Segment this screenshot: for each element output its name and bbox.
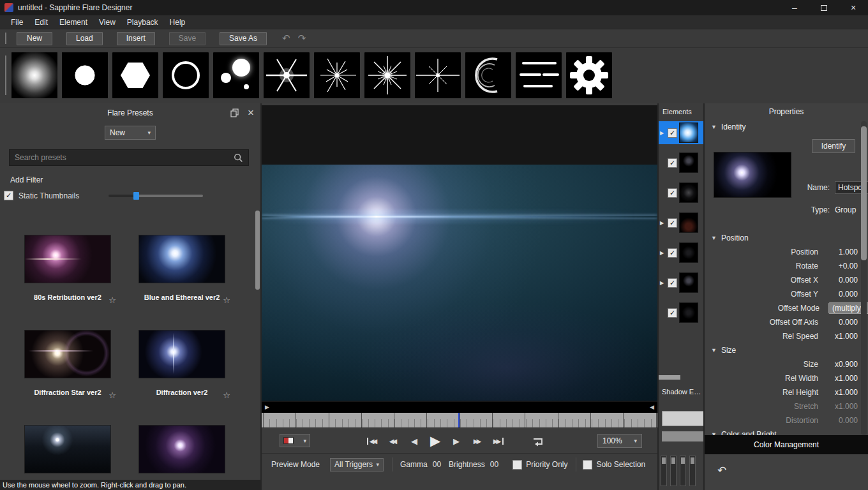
preset-item-partial[interactable] — [24, 425, 111, 473]
toolbar-grip[interactable] — [5, 33, 6, 44]
properties-scrollbar-thumb[interactable] — [861, 126, 867, 260]
identify-button[interactable]: Identify — [812, 139, 855, 153]
step-forward-button[interactable]: ▶ — [448, 433, 465, 449]
expand-arrow-icon[interactable]: ▶ — [660, 250, 666, 256]
loop-button[interactable] — [530, 434, 546, 449]
property-value[interactable]: 0.000 — [827, 290, 858, 299]
undo-icon[interactable]: ↶ — [717, 464, 726, 477]
rewind-button[interactable]: ◀◀ — [385, 433, 401, 449]
element-checkbox[interactable]: ✓ — [668, 278, 677, 288]
palette-bokeh-icon[interactable] — [213, 52, 259, 98]
palette-circle-icon[interactable] — [62, 52, 108, 98]
palette-ring-icon[interactable] — [163, 52, 209, 98]
expand-arrow-icon[interactable]: ▶ — [660, 220, 666, 226]
element-thumbnail[interactable] — [679, 182, 698, 203]
property-value[interactable]: x0.900 — [827, 360, 858, 369]
menu-playback[interactable]: Playback — [121, 15, 164, 29]
close-icon[interactable]: × — [248, 105, 254, 121]
thumbnail-size-slider[interactable] — [108, 191, 203, 200]
element-checkbox[interactable]: ✓ — [668, 218, 677, 228]
solo-selection-checkbox[interactable] — [583, 460, 592, 470]
brightness-value[interactable]: 00 — [490, 460, 498, 469]
palette-glow-icon[interactable] — [11, 52, 57, 98]
element-checkbox[interactable]: ✓ — [668, 128, 677, 138]
trigger-dropdown[interactable]: All Triggers ▾ — [330, 458, 384, 471]
expand-arrow-icon[interactable]: ▶ — [660, 130, 666, 136]
play-button[interactable]: ▶ — [427, 433, 444, 449]
palette-star-streak-icon[interactable] — [264, 52, 310, 98]
palette-ray-burst-icon[interactable] — [314, 52, 360, 98]
menu-element[interactable]: Element — [54, 15, 93, 29]
mini-slider-thumb[interactable] — [691, 457, 694, 464]
property-value[interactable]: 1.000 — [827, 248, 858, 256]
element-thumbnail[interactable] — [679, 212, 698, 233]
timeline-marker-bar[interactable]: ▶ ◀ — [262, 402, 657, 413]
add-filter-label[interactable]: Add Filter — [10, 175, 260, 184]
preset-item[interactable]: Diffraction ver2 ☆ — [138, 330, 225, 396]
element-row[interactable]: ▶ ✓ — [659, 241, 703, 264]
preset-item[interactable]: Diffraction Star ver2 ☆ — [24, 330, 111, 396]
skip-to-start-button[interactable]: ◀◀ — [364, 433, 380, 449]
element-thumbnail[interactable] — [679, 242, 698, 263]
mini-slider[interactable] — [661, 456, 667, 486]
element-row[interactable]: ▶ ✓ — [659, 121, 703, 144]
element-row[interactable]: ✓ — [659, 301, 703, 324]
palette-grip[interactable] — [5, 56, 6, 95]
preset-thumbnail[interactable] — [24, 235, 111, 283]
step-back-button[interactable]: ◀ — [406, 433, 423, 449]
favorite-star-icon[interactable]: ☆ — [223, 390, 230, 400]
playhead[interactable] — [458, 413, 460, 427]
preset-thumbnail[interactable] — [24, 425, 111, 473]
element-row[interactable]: ▶ ✓ — [659, 211, 703, 234]
palette-gear-icon[interactable] — [566, 52, 612, 98]
new-button[interactable]: New — [17, 32, 52, 45]
element-checkbox[interactable]: ✓ — [668, 188, 677, 198]
palette-hexagon-icon[interactable] — [112, 52, 158, 98]
preset-thumbnail[interactable] — [24, 330, 111, 378]
mini-slider-thumb[interactable] — [681, 457, 685, 464]
gamma-value[interactable]: 00 — [433, 460, 441, 469]
zoom-dropdown[interactable]: 100% ▾ — [597, 434, 642, 448]
menu-edit[interactable]: Edit — [29, 15, 54, 29]
preview-viewport[interactable] — [262, 105, 657, 402]
save-button[interactable]: Save — [169, 32, 206, 45]
insert-button[interactable]: Insert — [117, 32, 155, 45]
preset-item-partial[interactable] — [138, 425, 225, 473]
mini-slider-thumb[interactable] — [671, 457, 675, 464]
palette-thin-spikes-icon[interactable] — [415, 52, 461, 98]
menu-view[interactable]: View — [93, 15, 121, 29]
preset-thumbnail[interactable] — [138, 235, 225, 283]
property-value[interactable]: x1.000 — [827, 388, 858, 397]
element-thumbnail[interactable] — [679, 122, 698, 143]
shadow-field[interactable] — [662, 411, 703, 426]
skip-to-end-button[interactable]: ▶▶ — [490, 433, 507, 449]
position-section-header[interactable]: ▼ Position — [705, 231, 868, 245]
minimize-button[interactable]: – — [780, 0, 809, 15]
element-thumbnail[interactable] — [679, 272, 698, 293]
mini-slider[interactable] — [689, 456, 696, 486]
mini-slider[interactable] — [670, 456, 677, 486]
preset-collection-dropdown[interactable]: New ▾ — [105, 126, 156, 140]
slider-thumb[interactable] — [133, 192, 139, 200]
element-row[interactable]: ▶ ✓ — [659, 271, 703, 294]
property-value[interactable]: 0.000 — [827, 318, 858, 327]
timeline-ruler[interactable] — [262, 413, 657, 427]
property-value[interactable]: +0.00 — [827, 262, 858, 271]
favorite-star-icon[interactable]: ☆ — [223, 295, 230, 305]
preset-item[interactable]: 80s Retribution ver2 ☆ — [24, 235, 111, 301]
element-checkbox[interactable]: ✓ — [668, 308, 677, 318]
background-color-dropdown[interactable]: ▾ — [280, 434, 310, 447]
copy-icon[interactable] — [230, 108, 239, 117]
preset-item[interactable]: Blue and Ethereal ver2 ☆ — [138, 235, 225, 301]
out-marker-icon[interactable]: ◀ — [650, 404, 654, 410]
menu-help[interactable]: Help — [164, 15, 191, 29]
identity-section-header[interactable]: ▼ Identity — [705, 120, 868, 134]
color-management-header[interactable]: Color Management — [705, 435, 868, 454]
menu-file[interactable]: File — [5, 15, 29, 29]
element-checkbox[interactable]: ✓ — [668, 248, 677, 258]
flare-preview-image[interactable] — [262, 165, 657, 401]
redo-icon[interactable]: ↷ — [298, 33, 306, 44]
fast-forward-button[interactable]: ▶▶ — [469, 433, 486, 449]
element-row[interactable]: ✓ — [659, 151, 703, 174]
close-button[interactable]: × — [839, 0, 868, 15]
